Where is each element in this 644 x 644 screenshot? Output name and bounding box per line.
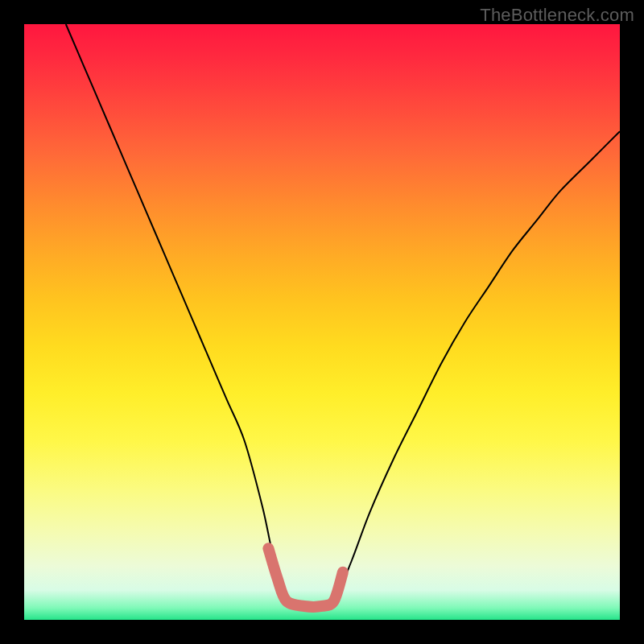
chart-frame: TheBottleneck.com bbox=[0, 0, 644, 644]
chart-svg bbox=[24, 24, 620, 620]
watermark-text: TheBottleneck.com bbox=[480, 5, 634, 26]
curve-path bbox=[66, 24, 620, 609]
plot-area bbox=[24, 24, 620, 620]
flat-highlight-path bbox=[268, 548, 343, 607]
